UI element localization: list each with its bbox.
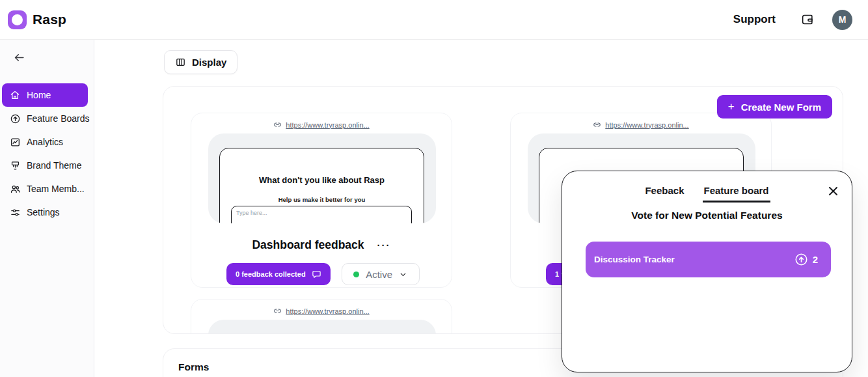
status-label: Active — [366, 269, 392, 280]
rasp-logo-icon — [8, 10, 27, 29]
ellipsis-menu-icon[interactable]: ··· — [377, 240, 391, 250]
sidebar-item-label: Analytics — [27, 137, 63, 147]
avatar[interactable]: M — [832, 10, 852, 30]
home-icon — [9, 90, 21, 100]
feedback-count-label: 0 feedback collected — [236, 270, 306, 278]
sidebar-item-label: Team Memb... — [27, 184, 85, 194]
feedback-count-badge[interactable]: 0 feedback collected — [226, 263, 331, 285]
form-url-text: https://www.tryrasp.onlin... — [286, 307, 369, 315]
sidebar-item-label: Home — [27, 90, 51, 100]
form-share-link[interactable]: https://www.tryrasp.onlin... — [191, 120, 452, 129]
brand: Rasp — [8, 10, 66, 29]
chat-bubble-icon — [312, 270, 321, 279]
feedback-widget-modal: Feeback Feature board Vote for New Poten… — [562, 171, 852, 372]
sidebar: Home Feature Boards Analytics — [0, 40, 94, 377]
sidebar-item-brand-theme[interactable]: Brand Theme — [0, 154, 94, 177]
columns-icon — [175, 57, 186, 68]
create-new-form-label: Create New Form — [741, 102, 821, 113]
preview-subtitle: Help us make it better for you — [220, 196, 424, 203]
brand-theme-icon — [9, 160, 21, 171]
sidebar-item-home[interactable]: Home — [2, 83, 88, 107]
top-header: Rasp Support M — [0, 0, 868, 40]
status-dropdown[interactable]: Active — [342, 263, 420, 285]
close-icon[interactable] — [827, 185, 839, 197]
sidebar-nav: Home Feature Boards Analytics — [0, 83, 94, 224]
form-share-link[interactable]: https://www.tryrasp.onlin... — [511, 120, 771, 129]
preview-widget: What don't you like about Rasp Help us m… — [219, 148, 424, 223]
link-icon — [273, 120, 282, 129]
status-dot — [353, 272, 359, 277]
modal-tabs: Feeback Feature board — [562, 185, 852, 202]
feature-boards-icon — [9, 113, 21, 124]
sidebar-item-label: Feature Boards — [27, 113, 90, 124]
brand-name: Rasp — [33, 12, 66, 27]
sidebar-item-team-members[interactable]: Team Memb... — [0, 177, 94, 201]
form-preview-thumbnail: What don't you like about Rasp Help us m… — [208, 133, 436, 223]
chevron-down-icon — [399, 270, 407, 279]
wallet-icon[interactable] — [800, 12, 815, 27]
form-url-text: https://www.tryrasp.onlin... — [286, 121, 369, 129]
sidebar-item-label: Settings — [27, 207, 60, 217]
display-button-label: Display — [192, 57, 226, 68]
support-link[interactable]: Support — [733, 13, 776, 26]
feature-name: Discussion Tracker — [594, 255, 675, 264]
link-icon — [273, 307, 282, 315]
link-icon — [593, 120, 601, 129]
sidebar-item-label: Brand Theme — [27, 160, 82, 171]
settings-icon — [9, 207, 21, 218]
sidebar-item-settings[interactable]: Settings — [0, 201, 94, 224]
tab-feature-board[interactable]: Feature board — [703, 185, 770, 202]
form-preview-thumbnail — [208, 320, 436, 334]
upvote-control[interactable]: 2 — [794, 253, 818, 266]
rasp-dashboard: Rasp Support M Home — [0, 0, 868, 377]
display-button[interactable]: Display — [164, 50, 237, 74]
form-card-actions: 0 feedback collected Active — [226, 263, 420, 285]
sidebar-collapse-button[interactable] — [12, 50, 27, 65]
back-arrow-icon — [13, 51, 25, 64]
analytics-icon — [9, 137, 21, 148]
form-card-third: https://www.tryrasp.onlin... — [191, 299, 452, 334]
form-name-row: Dashboard feedback ··· — [191, 238, 452, 252]
create-new-form-button[interactable]: + Create New Form — [717, 95, 832, 119]
upvote-icon — [794, 253, 808, 266]
sidebar-item-analytics[interactable]: Analytics — [0, 130, 94, 154]
tab-feedback[interactable]: Feeback — [644, 185, 685, 202]
preview-question: What don't you like about Rasp — [220, 175, 424, 185]
team-members-icon — [9, 184, 21, 195]
form-share-link[interactable]: https://www.tryrasp.onlin... — [191, 307, 452, 315]
form-card-dashboard-feedback: https://www.tryrasp.onlin... What don't … — [191, 113, 452, 288]
feature-vote-item[interactable]: Discussion Tracker 2 — [586, 242, 831, 277]
plus-icon: + — [728, 101, 735, 112]
form-name: Dashboard feedback — [252, 238, 364, 252]
form-url-text: https://www.tryrasp.onlin... — [605, 121, 688, 129]
vote-count: 2 — [813, 254, 818, 265]
preview-text-input: Type here... — [231, 206, 412, 223]
sidebar-item-feature-boards[interactable]: Feature Boards — [0, 107, 94, 130]
modal-heading: Vote for New Potential Features — [562, 210, 852, 221]
